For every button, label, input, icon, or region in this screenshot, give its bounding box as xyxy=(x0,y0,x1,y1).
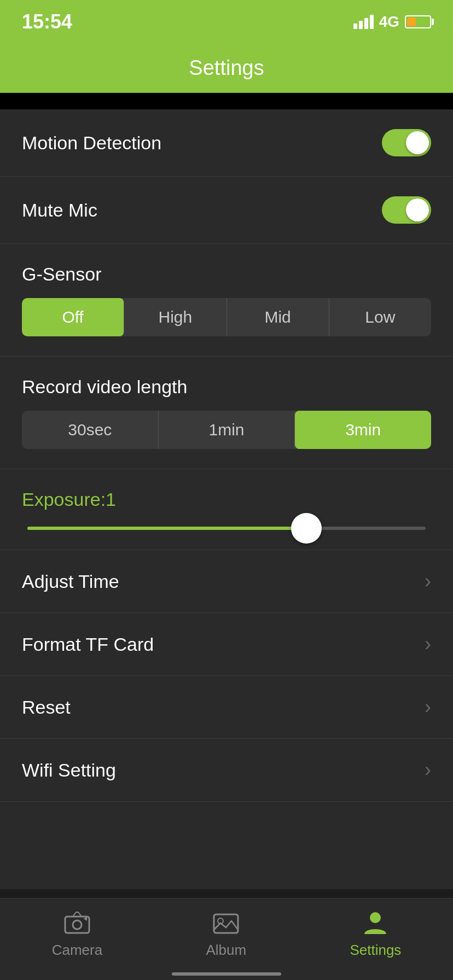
svg-rect-4 xyxy=(214,914,238,933)
nav-album[interactable]: Album xyxy=(206,909,246,959)
camera-icon xyxy=(63,909,91,937)
status-bar: 15:54 4G xyxy=(0,0,453,44)
format-tf-card-chevron: › xyxy=(425,633,431,656)
record-length-segment: 30sec 1min 3min xyxy=(22,411,431,449)
adjust-time-row[interactable]: Adjust Time › xyxy=(0,550,453,613)
reset-label: Reset xyxy=(22,697,71,718)
adjust-time-chevron: › xyxy=(425,570,431,593)
black-separator xyxy=(0,93,453,109)
wifi-setting-row[interactable]: Wifi Setting › xyxy=(0,739,453,802)
bottom-nav: Camera Album Settings xyxy=(0,898,453,980)
g-sensor-high-btn[interactable]: High xyxy=(124,298,226,336)
g-sensor-low-btn[interactable]: Low xyxy=(329,298,431,336)
app-header: Settings xyxy=(0,44,453,93)
nav-camera[interactable]: Camera xyxy=(52,909,102,959)
motion-detection-toggle[interactable] xyxy=(382,129,431,156)
record-1min-btn[interactable]: 1min xyxy=(159,411,295,449)
exposure-slider-fill xyxy=(27,527,306,530)
status-time: 15:54 xyxy=(22,10,72,33)
nav-camera-label: Camera xyxy=(52,942,102,959)
motion-detection-row: Motion Detection xyxy=(0,109,453,177)
home-indicator xyxy=(172,972,281,976)
toggle-knob xyxy=(406,131,429,154)
format-tf-card-row[interactable]: Format TF Card › xyxy=(0,613,453,676)
adjust-time-label: Adjust Time xyxy=(22,571,119,592)
network-label: 4G xyxy=(379,13,399,31)
mute-mic-toggle[interactable] xyxy=(382,196,431,224)
signal-icon xyxy=(353,15,374,29)
status-icons: 4G xyxy=(353,13,431,31)
record-length-label: Record video length xyxy=(22,376,431,398)
battery-fill xyxy=(407,18,416,26)
exposure-label: Exposure:1 xyxy=(22,489,431,510)
exposure-section: Exposure:1 xyxy=(0,469,453,550)
wifi-setting-chevron: › xyxy=(425,759,431,781)
mute-mic-label: Mute Mic xyxy=(22,200,97,221)
format-tf-card-label: Format TF Card xyxy=(22,634,154,655)
motion-detection-label: Motion Detection xyxy=(22,132,161,154)
reset-row[interactable]: Reset › xyxy=(0,676,453,739)
g-sensor-segment: Off High Mid Low xyxy=(22,298,431,336)
g-sensor-off-btn[interactable]: Off xyxy=(22,298,124,336)
battery-icon xyxy=(405,15,431,28)
nav-album-label: Album xyxy=(206,942,246,959)
reset-chevron: › xyxy=(425,696,431,719)
g-sensor-section: G-Sensor Off High Mid Low xyxy=(0,244,453,357)
record-length-section: Record video length 30sec 1min 3min xyxy=(0,357,453,469)
page-title: Settings xyxy=(189,56,264,80)
nav-settings-label: Settings xyxy=(350,942,401,959)
toggle-knob-2 xyxy=(406,199,429,221)
g-sensor-label: G-Sensor xyxy=(22,264,431,285)
exposure-slider-track[interactable] xyxy=(27,527,426,530)
settings-person-icon xyxy=(361,909,390,937)
settings-content: Motion Detection Mute Mic G-Sensor Off H… xyxy=(0,109,453,889)
svg-point-2 xyxy=(73,920,82,929)
album-icon xyxy=(212,909,240,937)
mute-mic-row: Mute Mic xyxy=(0,177,453,244)
wifi-setting-label: Wifi Setting xyxy=(22,760,116,781)
record-30sec-btn[interactable]: 30sec xyxy=(22,411,159,449)
nav-settings[interactable]: Settings xyxy=(350,909,401,959)
record-3min-btn[interactable]: 3min xyxy=(295,411,431,449)
g-sensor-mid-btn[interactable]: Mid xyxy=(227,298,329,336)
exposure-slider-thumb[interactable] xyxy=(291,513,322,544)
svg-point-6 xyxy=(370,912,381,923)
